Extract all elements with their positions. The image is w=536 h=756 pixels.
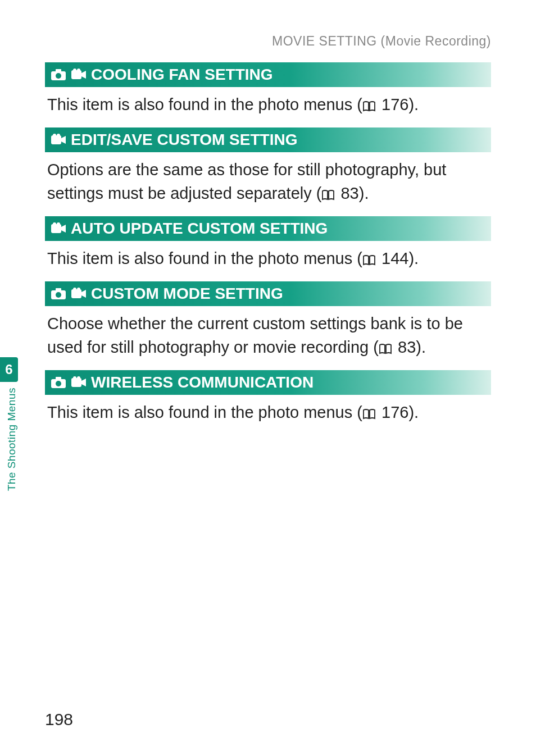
svg-point-6: [77, 69, 80, 72]
camera-icon: [51, 69, 66, 81]
svg-point-20: [73, 288, 76, 291]
chapter-tab: 6: [0, 357, 18, 382]
section-title: EDIT/SAVE CUSTOM SETTING: [71, 131, 297, 149]
section-head-auto-update: AUTO UPDATE CUSTOM SETTING: [45, 216, 491, 241]
page-ref-text: 176).: [377, 403, 419, 421]
svg-marker-4: [81, 71, 86, 79]
svg-point-9: [53, 134, 56, 137]
section-body-wireless: This item is also found in the photo men…: [45, 395, 491, 425]
movie-icon: [51, 222, 66, 235]
section-body-auto-update: This item is also found in the photo men…: [45, 241, 491, 271]
section-body-edit-save: Options are the same as those for still …: [45, 152, 491, 206]
page-number: 198: [45, 710, 73, 729]
svg-point-5: [73, 69, 76, 72]
page-ref-text: 176).: [377, 95, 419, 113]
page-ref-text: 83).: [336, 184, 369, 202]
svg-marker-19: [81, 290, 86, 298]
section-title: COOLING FAN SETTING: [91, 66, 273, 84]
section-title: AUTO UPDATE CUSTOM SETTING: [71, 220, 328, 238]
section-body-cooling-fan: This item is also found in the photo men…: [45, 87, 491, 117]
svg-rect-1: [56, 69, 61, 72]
movie-icon: [71, 288, 87, 300]
page-ref-text: 144).: [377, 249, 419, 267]
chapter-label: The Shooting Menus: [6, 388, 18, 491]
svg-rect-25: [71, 378, 81, 387]
section-head-cooling-fan: COOLING FAN SETTING: [45, 62, 491, 87]
body-text: This item is also found in the photo men…: [47, 249, 362, 267]
camera-icon: [51, 288, 66, 300]
svg-point-28: [77, 376, 80, 380]
page-ref-icon: [362, 408, 376, 420]
svg-rect-18: [71, 289, 81, 298]
page-ref-icon: [362, 254, 376, 266]
breadcrumb: MOVIE SETTING (Movie Recording): [45, 34, 491, 49]
section-title: CUSTOM MODE SETTING: [91, 285, 283, 303]
page-ref-icon: [379, 343, 392, 354]
movie-icon: [51, 134, 66, 146]
svg-marker-26: [81, 379, 86, 386]
svg-rect-11: [51, 224, 61, 233]
page-ref-text: 83).: [393, 338, 426, 356]
body-text: This item is also found in the photo men…: [47, 95, 362, 113]
svg-point-27: [73, 376, 76, 380]
svg-rect-23: [56, 377, 61, 380]
svg-rect-3: [71, 70, 81, 79]
page-container: MOVIE SETTING (Movie Recording) COOLING …: [0, 0, 536, 756]
section-body-custom-mode: Choose whether the current custom settin…: [45, 306, 491, 360]
movie-icon: [71, 376, 87, 389]
movie-icon: [71, 69, 87, 81]
svg-point-21: [77, 288, 80, 291]
camera-icon: [51, 376, 66, 389]
section-head-custom-mode: CUSTOM MODE SETTING: [45, 281, 491, 306]
svg-point-2: [56, 73, 61, 79]
svg-point-13: [53, 222, 56, 226]
svg-marker-8: [61, 136, 66, 144]
section-title: WIRELESS COMMUNICATION: [91, 374, 314, 391]
svg-point-24: [56, 381, 61, 386]
body-text: This item is also found in the photo men…: [47, 403, 362, 421]
svg-marker-12: [61, 225, 66, 233]
svg-point-10: [57, 134, 60, 137]
section-head-wireless: WIRELESS COMMUNICATION: [45, 370, 491, 395]
svg-point-17: [56, 292, 61, 298]
svg-rect-16: [56, 288, 61, 292]
svg-point-14: [57, 222, 60, 226]
page-ref-icon: [321, 189, 335, 201]
page-ref-icon: [362, 101, 376, 112]
svg-rect-7: [51, 135, 61, 144]
section-head-edit-save: EDIT/SAVE CUSTOM SETTING: [45, 127, 491, 152]
body-text: Options are the same as those for still …: [47, 161, 446, 202]
